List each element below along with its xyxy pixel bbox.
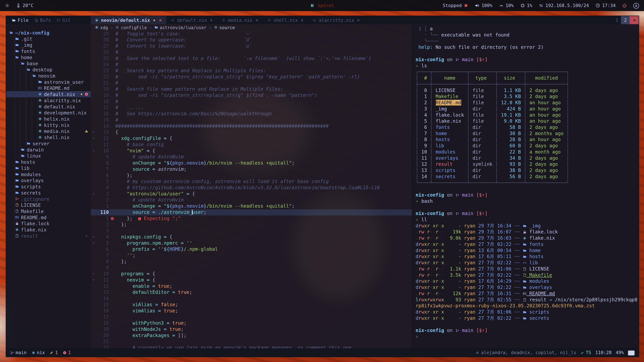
code-line[interactable]: ▾4 nixpkgs.config = { xyxy=(91,234,412,240)
code-line[interactable]: 26# xyxy=(91,49,412,55)
code-line[interactable]: 5 # my cusotom astronvim config, astronv… xyxy=(91,178,412,185)
code-line[interactable]: 21 xyxy=(91,339,412,345)
code-line[interactable]: 19 withNodeJs = true; xyxy=(91,326,412,333)
tree-item-LICENSE[interactable]: LICENSE xyxy=(6,202,91,208)
tree-item-lib[interactable]: lib xyxy=(6,165,91,171)
network-widget[interactable]: 192.168.5.100/24 xyxy=(539,3,589,8)
code-line[interactable]: 21# xyxy=(91,80,412,86)
window-close-button[interactable] xyxy=(630,16,639,24)
code-line[interactable]: 2 }; xyxy=(91,222,412,228)
code-line[interactable]: 14 xyxy=(91,296,412,302)
fold-arrow-icon[interactable]: ▾ xyxy=(91,135,96,142)
tree-item-astronvim_user[interactable]: astronvim_user xyxy=(6,79,91,85)
code-line[interactable]: 22# sed -ri "s/pattern_str/replace_str/g… xyxy=(91,74,412,80)
code-line[interactable]: 8 onChange = "${pkgs.neovim}/bin/nvim --… xyxy=(91,160,412,166)
code-line[interactable]: 15 viAlias = false; xyxy=(91,302,412,308)
code-line[interactable]: 29# Toggle text's case: `~` xyxy=(91,31,412,37)
code-line[interactable]: ▾3 "astronvim/lua/user" = { xyxy=(91,191,412,197)
code-line[interactable]: 4 # https://github.com/AstroNvim/AstroNv… xyxy=(91,185,412,191)
neotree-sidebar[interactable]: ~/nix-config.git_imgfontshomebasedesktop… xyxy=(6,24,91,349)
temperature-widget[interactable]: 28°C xyxy=(16,3,34,8)
cpu-widget[interactable]: 10% xyxy=(499,3,514,8)
tree-item-modules[interactable]: modules xyxy=(6,171,91,177)
keyboard-layout-indicator[interactable]: A xyxy=(633,3,639,8)
code-line[interactable]: 19# sed -ri "s/pattern_str/replace_str/g… xyxy=(91,92,412,98)
tree-item-desktop[interactable]: desktop xyxy=(6,66,91,73)
tree-item-media.nix[interactable]: media.nix xyxy=(6,128,91,134)
code-line[interactable]: 3 xyxy=(91,228,412,234)
code-line[interactable]: 14######################################… xyxy=(91,123,412,129)
tree-item-result[interactable]: result xyxy=(6,233,91,239)
code-line[interactable]: 15# xyxy=(91,117,412,123)
tree-item-scripts[interactable]: scripts xyxy=(6,184,91,190)
tree-item-alacritty.nix[interactable]: alacritty.nix xyxy=(6,97,91,103)
code-line[interactable]: 6 }; xyxy=(91,172,412,179)
pause-icon[interactable] xyxy=(310,3,314,8)
code-line[interactable]: 1 onChange = "${pkgs.neovim}/bin/nvim --… xyxy=(91,203,412,209)
code-line[interactable]: 1 }; ■ Expecting ";" xyxy=(91,216,412,222)
code-line[interactable]: 6 prefix = ''${HOME}/.npm-global xyxy=(91,246,412,252)
tree-item-default.nix[interactable]: default.nix xyxy=(6,103,91,110)
code-area[interactable]: 29# Toggle text's case: `~`28# Convert t… xyxy=(91,30,412,349)
fold-arrow-icon[interactable]: ▾ xyxy=(91,234,96,240)
tree-item-darwin[interactable]: darwin xyxy=(6,146,91,153)
tree-item-README.md[interactable]: README.md xyxy=(6,85,91,91)
code-line[interactable]: 9 xyxy=(91,265,412,271)
fold-arrow-icon[interactable]: ▾ xyxy=(91,129,96,135)
tree-item-secrets[interactable]: secrets xyxy=(6,190,91,196)
code-line[interactable]: ▾11 neovim = { xyxy=(91,277,412,283)
tree-item-shell.nix[interactable]: shell.nix xyxy=(6,134,91,140)
tree-item-~/nix-config[interactable]: ~/nix-config xyxy=(6,29,91,36)
code-line[interactable]: ▾10 programs = { xyxy=(91,271,412,277)
code-line[interactable]: 110 source = ./astronvim_user; xyxy=(91,209,412,216)
code-line[interactable]: 18# xyxy=(91,98,412,105)
tab-page-2[interactable]: 2 xyxy=(621,16,630,24)
tree-item-Makefile[interactable]: Makefile xyxy=(6,208,91,214)
code-line[interactable]: 9 # update AstroNvim xyxy=(91,154,412,160)
code-line[interactable]: 11 # base config xyxy=(91,142,412,148)
code-line[interactable]: 17 xyxy=(91,314,412,320)
tree-item-linux[interactable]: linux xyxy=(6,153,91,159)
buffer-tab[interactable]: shell.nix xyxy=(263,16,308,24)
code-line[interactable]: 22 # currently we use lazy.nvim as neovi… xyxy=(91,345,412,349)
fold-arrow-icon[interactable]: ▾ xyxy=(91,148,96,154)
power-icon[interactable] xyxy=(622,3,627,8)
code-line[interactable]: 12 enable = true; xyxy=(91,283,412,290)
tree-item-overlays[interactable]: overlays xyxy=(6,177,91,184)
code-line[interactable]: 27# Convert to lowercase: `u` xyxy=(91,43,412,49)
neotree-tab-bufs[interactable]: Bufs xyxy=(34,17,51,23)
breadcrumb-item[interactable]: xdg xyxy=(95,25,108,30)
settings-icon[interactable] xyxy=(5,3,10,8)
tree-item-README.md[interactable]: README.md xyxy=(6,214,91,220)
code-line[interactable]: 24# xyxy=(91,61,412,68)
tree-item-kitty.nix[interactable]: kitty.nix xyxy=(6,122,91,128)
tree-item-.gitignore[interactable]: .gitignore xyxy=(6,196,91,202)
tree-item-default.nix[interactable]: default.nix xyxy=(6,91,91,97)
memory-widget[interactable]: 1% xyxy=(520,3,532,8)
tab-page-1[interactable]: 1 xyxy=(613,16,621,24)
neotree-tab-file[interactable]: File xyxy=(12,17,28,23)
tree-item-server[interactable]: server xyxy=(6,140,91,147)
fold-arrow-icon[interactable]: ▾ xyxy=(91,271,96,277)
code-line[interactable]: 7 source = astronvim; xyxy=(91,166,412,172)
fold-arrow-icon[interactable]: ▾ xyxy=(91,191,96,197)
code-line[interactable]: 18 withPython3 = true; xyxy=(91,320,412,326)
tree-item-helix.nix[interactable]: helix.nix xyxy=(6,116,91,122)
tree-item-hosts[interactable]: hosts xyxy=(6,159,91,165)
code-line[interactable]: 25# Save the selected text to a file: `:… xyxy=(91,55,412,62)
buffer-tab[interactable]: default.nix xyxy=(167,16,218,24)
tree-item-development.nix[interactable]: development.nix xyxy=(6,110,91,116)
code-line[interactable]: ▾10 "nvim" = { xyxy=(91,148,412,154)
buffer-tab[interactable]: media.nix xyxy=(218,16,263,24)
tree-item-neovim[interactable]: neovim xyxy=(6,72,91,79)
tree-item-.git[interactable]: .git xyxy=(6,36,91,42)
code-line[interactable]: 13 defaultEditor = true; xyxy=(91,290,412,296)
terminal-pane[interactable]: 1 │ a · ╰── executable was not found ╰──… xyxy=(412,24,639,349)
code-line[interactable]: 16 vimAlias = true; xyxy=(91,308,412,314)
code-line[interactable]: 23# Search key pattern and Replace in Mu… xyxy=(91,68,412,74)
tree-item-fonts[interactable]: fonts xyxy=(6,48,91,54)
code-line[interactable]: 17# ...... xyxy=(91,105,412,111)
breadcrumb-item[interactable]: astronvim/lua/user xyxy=(154,25,206,30)
fold-arrow-icon[interactable]: ▾ xyxy=(91,277,96,283)
media-status-widget[interactable]: Stopped xyxy=(443,3,468,8)
